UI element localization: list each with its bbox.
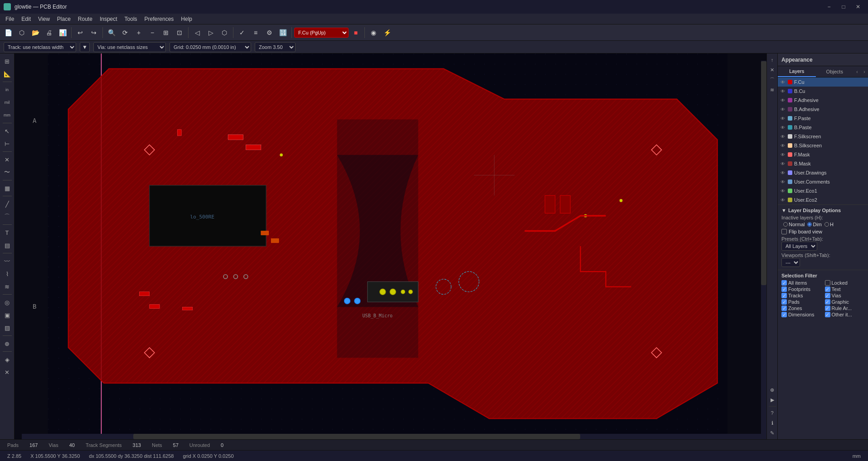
route-diff-button[interactable]: ⌇: [1, 268, 13, 280]
3d-view-button[interactable]: ◈: [1, 354, 13, 365]
measure-tool-button[interactable]: 📐: [1, 68, 13, 80]
layer-item-f-mask[interactable]: 👁 F.Mask: [778, 150, 868, 159]
tab-objects[interactable]: Objects: [816, 66, 854, 77]
layer-item-f-adhesive[interactable]: 👁 F.Adhesive: [778, 96, 868, 105]
route-button[interactable]: ⌒: [768, 75, 777, 84]
sf-item-text[interactable]: ✓ Text: [825, 286, 865, 292]
zoom-out-button[interactable]: −: [146, 26, 159, 39]
zoom-area-button[interactable]: ⊡: [173, 26, 186, 39]
flip-button[interactable]: ⬡: [218, 26, 231, 39]
layer-visibility-0[interactable]: 👁: [780, 79, 786, 85]
info-button[interactable]: ℹ: [768, 418, 777, 427]
net-inspector-button[interactable]: ≋: [768, 85, 777, 94]
tab-scroll-right[interactable]: ›: [861, 66, 868, 77]
drc-button[interactable]: ✓: [236, 26, 248, 39]
help-button[interactable]: ?: [768, 408, 777, 417]
zoom-selector[interactable]: Zoom 3.50: [255, 42, 296, 52]
layer-color-button[interactable]: ■: [349, 26, 362, 39]
collapse-icon[interactable]: ▼: [781, 208, 786, 213]
sf-item-dimensions[interactable]: ✓ Dimensions: [781, 312, 821, 317]
layer-item-f-cu[interactable]: 👁 F.Cu: [778, 78, 868, 87]
draw-arc-button[interactable]: ⌒: [1, 211, 13, 223]
gerber-button[interactable]: ⬡: [15, 26, 28, 39]
menu-preferences[interactable]: Preferences: [141, 15, 178, 23]
inch-unit-button[interactable]: in: [1, 84, 13, 96]
undo-button[interactable]: ↩: [74, 26, 87, 39]
layer-visibility-2[interactable]: 👁: [780, 97, 786, 103]
layer-item-user-drawings[interactable]: 👁 User.Drawings: [778, 168, 868, 177]
layer-item-user-eco1[interactable]: 👁 User.Eco1: [778, 186, 868, 195]
tuning-button[interactable]: ≋: [1, 281, 13, 292]
flip-board-checkbox[interactable]: Flip board view: [781, 229, 864, 234]
layer-visibility-1[interactable]: 👁: [780, 88, 786, 94]
via-size-selector[interactable]: Via: use netclass sizes: [93, 42, 166, 52]
tab-scroll-left[interactable]: ‹: [853, 66, 861, 77]
sf-item-graphic[interactable]: ✓ Graphic: [825, 299, 865, 305]
radio-normal[interactable]: Normal: [783, 222, 805, 227]
prev-button[interactable]: ◁: [191, 26, 204, 39]
grid-tool-button[interactable]: ⊞: [1, 55, 13, 67]
layer-item-b-adhesive[interactable]: 👁 B.Adhesive: [778, 105, 868, 114]
print-button[interactable]: 🖨: [43, 26, 55, 39]
sf-item-all-items[interactable]: ✓ All items: [781, 280, 821, 286]
snap-button[interactable]: ⊕: [768, 385, 777, 394]
layer-item-user-eco2[interactable]: 👁 User.Eco2: [778, 195, 868, 204]
sf-item-locked[interactable]: Locked: [825, 280, 865, 286]
panel-button[interactable]: ▶: [768, 395, 777, 404]
radio-h[interactable]: H: [824, 222, 834, 227]
plot-button[interactable]: 📊: [56, 26, 69, 39]
horizontal-scrollbar[interactable]: [22, 434, 766, 439]
layer-visibility-12[interactable]: 👁: [780, 188, 786, 194]
layer-item-b-cu[interactable]: 👁 B.Cu: [778, 87, 868, 96]
open-button[interactable]: 📂: [29, 26, 42, 39]
sf-item-other-it...[interactable]: ✓ Other it...: [825, 312, 865, 317]
viewports-selector[interactable]: ---: [781, 258, 800, 267]
layer-item-user-comments[interactable]: 👁 User.Comments: [778, 177, 868, 186]
active-layer-selector[interactable]: F.Cu (PgUp): [294, 28, 349, 38]
layer-visibility-3[interactable]: 👁: [780, 106, 786, 112]
sf-item-vias[interactable]: ✓ Vias: [825, 293, 865, 298]
cross-select-button[interactable]: ✕: [768, 65, 777, 74]
layer-visibility-7[interactable]: 👁: [780, 142, 786, 149]
hatch2-tool-button[interactable]: ▤: [1, 239, 13, 251]
highlight-net-button[interactable]: 〜: [1, 166, 13, 178]
scripting-button[interactable]: ⚙: [263, 26, 276, 39]
track-width-btn[interactable]: ▼: [80, 42, 90, 52]
presets-selector[interactable]: All Layers: [781, 242, 817, 251]
text-tool-button[interactable]: T: [1, 227, 13, 238]
mil-unit-button[interactable]: mil: [1, 97, 13, 108]
align-tool-button[interactable]: ⊢: [1, 138, 13, 150]
calculator-button[interactable]: 🔢: [276, 26, 289, 39]
v-scroll-thumb[interactable]: [761, 61, 766, 285]
sf-item-footprints[interactable]: ✓ Footprints: [781, 286, 821, 292]
search-button[interactable]: 🔍: [105, 26, 118, 39]
sf-item-zones[interactable]: ✓ Zones: [781, 306, 821, 311]
scripting2-button[interactable]: ⚡: [381, 26, 393, 39]
layer-item-b-paste[interactable]: 👁 B.Paste: [778, 123, 868, 132]
layer-item-f-paste[interactable]: 👁 F.Paste: [778, 114, 868, 123]
layer-visibility-9[interactable]: 👁: [780, 160, 786, 167]
copper-zone-button[interactable]: ▣: [1, 309, 13, 321]
layer-visibility-11[interactable]: 👁: [780, 179, 786, 185]
grid-selector[interactable]: Grid: 0.0250 mm (0.0010 in): [170, 42, 251, 52]
netlist-button[interactable]: ≡: [249, 26, 262, 39]
select-tool-button[interactable]: ↖: [1, 125, 13, 137]
pcb-canvas-area[interactable]: lo_500RE USB_B_Micro: [15, 53, 766, 439]
menu-inspect[interactable]: Inspect: [96, 15, 121, 23]
menu-route[interactable]: Route: [74, 15, 96, 23]
layer-visibility-5[interactable]: 👁: [780, 124, 786, 131]
layer-visibility-8[interactable]: 👁: [780, 151, 786, 158]
zoom-in-button[interactable]: +: [132, 26, 145, 39]
menu-help[interactable]: Help: [177, 15, 196, 23]
refresh-button[interactable]: ⟳: [119, 26, 131, 39]
mm-unit-button[interactable]: mm: [1, 109, 13, 121]
new-button[interactable]: 📄: [2, 26, 15, 39]
layer-item-f-silkscreen[interactable]: 👁 F.Silkscreen: [778, 132, 868, 141]
arrow-up-button[interactable]: ↑: [768, 55, 777, 64]
highlight-button[interactable]: ◉: [367, 26, 380, 39]
maximize-button[interactable]: □: [837, 2, 850, 11]
close-button[interactable]: ✕: [852, 2, 864, 11]
redo-button[interactable]: ↪: [87, 26, 100, 39]
rule-area-button[interactable]: ▨: [1, 322, 13, 334]
place-footprint-button[interactable]: ⊕: [1, 338, 13, 349]
